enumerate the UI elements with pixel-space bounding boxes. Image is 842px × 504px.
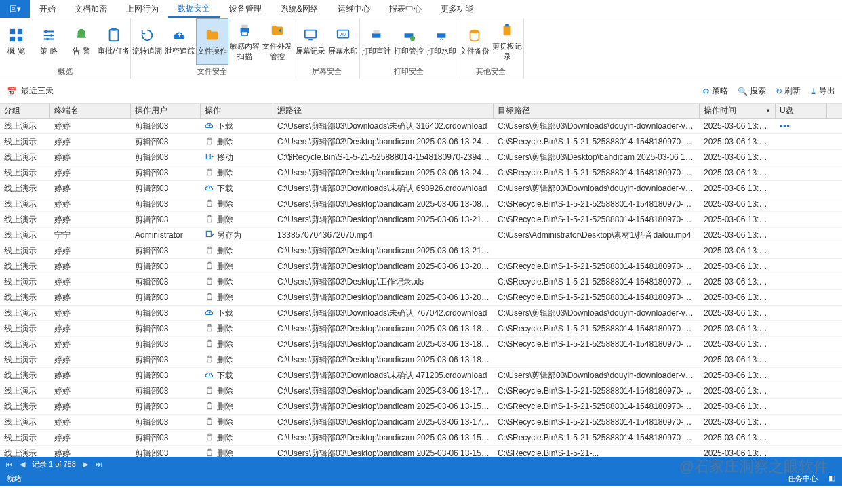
cell-term: 婷婷	[50, 261, 131, 272]
table-row[interactable]: 线上演示婷婷剪辑部03删除C:\Users\剪辑部03\Desktop\band…	[0, 212, 842, 228]
tool-export[interactable]: ⤓导出	[810, 85, 835, 97]
cell-group: 线上演示	[0, 183, 50, 194]
pager-last[interactable]: ⏭	[95, 460, 102, 468]
app-icon[interactable]: 回▾	[0, 0, 30, 18]
ribbon-btn-folder[interactable]: 文件操作	[196, 18, 228, 65]
ribbon-group-0: 概 览策 略告 警审批/任务概览	[0, 18, 131, 79]
table-row[interactable]: 线上演示婷婷剪辑部03删除C:\Users\剪辑部03\Desktop\band…	[0, 399, 842, 415]
table-row[interactable]: 线上演示婷婷剪辑部03删除C:\Users\剪辑部03\Desktop\band…	[0, 337, 842, 352]
menu-item-8[interactable]: 更多功能	[431, 0, 483, 18]
row-more-button[interactable]: •••	[780, 121, 790, 131]
cell-user: 剪辑部03	[131, 136, 201, 148]
status-task-center[interactable]: 任务中心	[788, 474, 818, 484]
svg-point-19	[410, 36, 415, 41]
cell-time: 2025-03-06 13:24:52	[700, 184, 776, 193]
menu-item-3[interactable]: 数据安全	[168, 0, 220, 18]
svg-rect-11	[241, 31, 247, 35]
menu-item-5[interactable]: 系统&网络	[271, 0, 328, 18]
col-header-usb[interactable]: U盘	[776, 104, 827, 118]
table-row[interactable]: 线上演示婷婷剪辑部03下载C:\Users\剪辑部03\Downloads\未确…	[0, 181, 842, 196]
menu-item-1[interactable]: 文档加密	[65, 0, 117, 18]
ribbon-btn-clip[interactable]: 剪切板记录	[491, 18, 523, 65]
cell-time: 2025-03-06 13:20:35	[700, 308, 776, 318]
cell-group: 线上演示	[0, 167, 50, 179]
table-row[interactable]: 线上演示婷婷剪辑部03删除C:\Users\剪辑部03\Desktop\band…	[0, 383, 842, 399]
cell-dst: C:\Users\Administrator\Desktop\素材1\抖音dal…	[494, 230, 700, 241]
menu-item-6[interactable]: 运维中心	[328, 0, 380, 18]
status-extra-icon[interactable]: ◧	[828, 474, 835, 484]
cell-group: 线上演示	[0, 214, 50, 226]
ribbon-btn-print-shield[interactable]: 打印管控	[393, 18, 425, 65]
pager-prev[interactable]: ◀	[20, 460, 25, 469]
ribbon-btn-bell[interactable]: 告 警	[65, 18, 98, 65]
col-header-group[interactable]: 分组	[0, 104, 50, 118]
clipboard-icon	[106, 27, 122, 43]
ribbon-btn-cycle[interactable]: 流转追溯	[131, 18, 163, 65]
tool-label: 策略	[712, 85, 728, 97]
printer-icon	[237, 22, 253, 39]
recent-filter[interactable]: 最近三天	[21, 85, 54, 97]
menu-item-2[interactable]: 上网行为	[117, 0, 168, 18]
table-row[interactable]: 线上演示婷婷剪辑部03删除C:\Users\剪辑部03\Desktop\band…	[0, 352, 842, 368]
cloud-up-icon	[172, 27, 188, 43]
ribbon-btn-print-wm[interactable]: A打印水印	[425, 18, 458, 65]
cell-time: 2025-03-06 13:18:06	[700, 386, 776, 396]
col-header-user[interactable]: 操作用户	[131, 104, 201, 118]
menu-item-0[interactable]: 开始	[30, 0, 65, 18]
col-header-src[interactable]: 源路径	[273, 104, 494, 118]
download-icon	[205, 308, 214, 319]
delete-icon	[205, 261, 214, 272]
menu-item-7[interactable]: 报表中心	[380, 0, 431, 18]
ribbon-btn-printer[interactable]: 敏感内容扫描	[228, 18, 261, 65]
col-header-term[interactable]: 终端名	[50, 104, 131, 118]
ribbon-btn-screen-wm[interactable]: WM屏幕水印	[327, 18, 359, 65]
delete-icon	[205, 276, 214, 288]
table-row[interactable]: 线上演示婷婷剪辑部03删除C:\Users\剪辑部03\Desktop\band…	[0, 290, 842, 306]
grid-body[interactable]: 线上演示婷婷剪辑部03下载C:\Users\剪辑部03\Downloads\未确…	[0, 119, 842, 457]
ribbon-btn-sliders[interactable]: 策 略	[33, 18, 65, 65]
table-row[interactable]: 线上演示婷婷剪辑部03删除C:\Users\剪辑部03\Desktop\band…	[0, 165, 842, 181]
ribbon-group-label: 屏幕安全	[294, 65, 359, 79]
cell-dst: C:\$Recycle.Bin\S-1-5-21-525888014-15481…	[494, 277, 700, 287]
ribbon-btn-print[interactable]: 打印审计	[360, 18, 393, 65]
ribbon-btn-screen[interactable]: 屏幕记录	[294, 18, 327, 65]
tool-search[interactable]: 🔍搜索	[738, 85, 766, 97]
table-row[interactable]: 线上演示宁宁Administrator另存为13385707043672070.…	[0, 228, 842, 243]
table-row[interactable]: 线上演示婷婷剪辑部03下载C:\Users\剪辑部03\Downloads\未确…	[0, 306, 842, 321]
menu-item-4[interactable]: 设备管理	[220, 0, 271, 18]
ribbon-btn-folder-out[interactable]: 文件外发管控	[261, 18, 294, 65]
pager-next[interactable]: ▶	[83, 460, 88, 469]
table-row[interactable]: 线上演示婷婷剪辑部03删除C:\Users\剪辑部03\Desktop\band…	[0, 134, 842, 150]
table-row[interactable]: 线上演示婷婷剪辑部03删除C:\Users\剪辑部03\Desktop\band…	[0, 446, 842, 457]
col-header-dst[interactable]: 目标路径	[494, 104, 700, 118]
cell-dst: C:\$Recycle.Bin\S-1-5-21-525888014-15481…	[494, 293, 700, 302]
cell-src: C:\Users\剪辑部03\Desktop\bandicam 2025-03-…	[273, 385, 494, 397]
op-label: 删除	[217, 276, 233, 288]
table-row[interactable]: 线上演示婷婷剪辑部03移动C:\$Recycle.Bin\S-1-5-21-52…	[0, 150, 842, 165]
pager-first[interactable]: ⏮	[5, 460, 13, 468]
col-header-op[interactable]: 操作	[201, 104, 273, 118]
tool-sliders[interactable]: ⚙策略	[702, 85, 728, 97]
table-row[interactable]: 线上演示婷婷剪辑部03删除C:\Users\剪辑部03\Desktop\band…	[0, 196, 842, 212]
col-header-time[interactable]: 操作时间▼	[700, 104, 776, 118]
ribbon-btn-cloud-up[interactable]: 泄密追踪	[163, 18, 196, 65]
sliders-icon: ⚙	[702, 87, 710, 96]
cell-user: 剪辑部03	[131, 385, 201, 397]
table-row[interactable]: 线上演示婷婷剪辑部03删除C:\Users\剪辑部03\Desktop\工作记录…	[0, 274, 842, 290]
table-row[interactable]: 线上演示婷婷剪辑部03删除C:\Users\剪辑部03\Desktop\band…	[0, 259, 842, 274]
cell-op: 下载	[201, 370, 273, 381]
table-row[interactable]: 线上演示婷婷剪辑部03删除C:\Users\剪辑部03\Desktop\band…	[0, 321, 842, 337]
table-row[interactable]: 线上演示婷婷剪辑部03删除C:\Users\剪辑部03\Desktop\band…	[0, 430, 842, 446]
cell-time: 2025-03-06 13:19:06	[700, 355, 776, 364]
move-icon	[205, 152, 214, 163]
tool-refresh[interactable]: ↻刷新	[776, 85, 801, 97]
ribbon-btn-grid[interactable]: 概 览	[0, 18, 33, 65]
table-row[interactable]: 线上演示婷婷剪辑部03下载C:\Users\剪辑部03\Downloads\未确…	[0, 119, 842, 134]
table-row[interactable]: 线上演示婷婷剪辑部03下载C:\Users\剪辑部03\Downloads\未确…	[0, 368, 842, 383]
ribbon-btn-clipboard[interactable]: 审批/任务	[98, 18, 130, 65]
ribbon-btn-label: 策 略	[40, 46, 57, 56]
ribbon-btn-db[interactable]: 文件备份	[458, 18, 491, 65]
table-row[interactable]: 线上演示婷婷剪辑部03删除C:\Users\剪辑部03\Desktop\band…	[0, 243, 842, 259]
table-row[interactable]: 线上演示婷婷剪辑部03删除C:\Users\剪辑部03\Desktop\band…	[0, 415, 842, 430]
cell-dst: C:\$Recycle.Bin\S-1-5-21-...	[494, 448, 700, 457]
